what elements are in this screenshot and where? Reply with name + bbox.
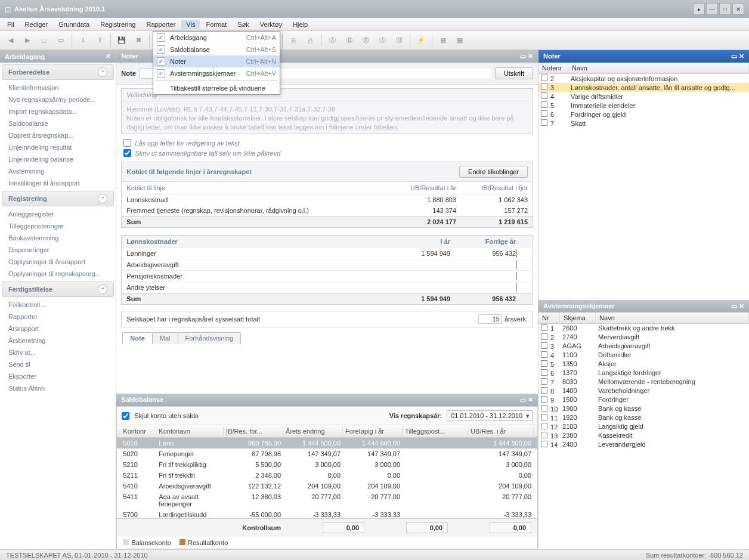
menu-item-reset-windows[interactable]: Tilbakestill størrelse på vinduene (153, 82, 280, 94)
col-header[interactable]: Kontonr (120, 426, 156, 436)
bolt-icon[interactable]: ⚡ (414, 33, 428, 48)
schema-row[interactable]: 132380Kassekredit (538, 431, 749, 440)
letter-n-icon[interactable]: Ⓝ (392, 33, 406, 48)
menu-rapporter[interactable]: Rapporter (141, 20, 180, 29)
group-ferdigstillelse[interactable]: Ferdigstillelse⌃ (2, 281, 114, 297)
account-row[interactable]: 5410Arbeidsgiveravgift122 132,12204 109,… (117, 481, 537, 491)
close-icon[interactable]: ✕ (528, 396, 533, 403)
schema-row[interactable]: 101900Bank og kasse (538, 404, 749, 413)
note-row[interactable]: 6Fordringer og gjeld (538, 110, 749, 119)
salary-row[interactable]: Pensjonskostnader (122, 270, 533, 281)
edit-row-icon[interactable] (516, 272, 517, 280)
edit-row-icon[interactable] (516, 261, 517, 269)
row-checkbox[interactable] (541, 387, 547, 394)
row-checkbox[interactable] (541, 342, 547, 349)
nav-item[interactable]: Import regnskapsdata... (0, 106, 116, 117)
menu-verktøy[interactable]: Verktøy (255, 20, 287, 29)
nav-item[interactable]: Innstillinger til årsrapport (0, 177, 116, 189)
change-links-button[interactable]: Endre tilkoblinger (459, 166, 528, 178)
nav-item[interactable]: Skriv ut... (0, 346, 116, 358)
linked-row[interactable]: Lønnskostnad1 880 8031 062 343 (122, 194, 533, 205)
menu-hjelp[interactable]: Hjelp (288, 20, 312, 29)
row-checkbox[interactable] (541, 351, 547, 358)
forward-button[interactable]: ▶ (20, 33, 35, 48)
nav-item[interactable]: Anleggsregister (0, 208, 116, 220)
nav-item[interactable]: Årsberetning (0, 335, 116, 346)
schema-row[interactable]: 61370Langsiktige fordringer (538, 369, 749, 378)
unlock-fields-checkbox[interactable] (123, 139, 131, 147)
row-checkbox[interactable] (541, 360, 547, 367)
salary-row[interactable]: Lønninger1 594 949956 432 (122, 247, 533, 259)
menu-item-arbeidsgang[interactable]: ✓ArbeidsgangCtrl+Alt+A (153, 32, 280, 44)
nav-item[interactable]: Status Altinn (0, 382, 116, 394)
nav-item[interactable]: Bankavstemming (0, 232, 116, 244)
open-icon[interactable]: ▭ (54, 33, 68, 48)
row-checkbox[interactable] (541, 75, 547, 81)
nav-item[interactable]: Linjeinndeling balanse (0, 153, 116, 165)
menu-registrering[interactable]: Registrering (95, 20, 140, 29)
tool-icon[interactable]: ⎙ (303, 33, 317, 48)
col-header[interactable]: Foreløpig i år (343, 426, 403, 436)
nav-item[interactable]: Send til (0, 358, 116, 370)
minimize-icon[interactable]: ▭ (520, 396, 526, 403)
row-checkbox[interactable] (541, 396, 547, 403)
row-checkbox[interactable] (541, 432, 547, 438)
col-header[interactable]: UB/Res. i år (468, 426, 534, 436)
nav-item[interactable]: Tilleggsposteringer (0, 220, 116, 232)
nav-item[interactable]: Avstemming (0, 165, 116, 177)
schema-row[interactable]: 81400Varebeholdninger (538, 386, 749, 395)
col-header[interactable]: IB/Res. for... (224, 426, 283, 436)
nav-item[interactable]: Disponeringer (0, 244, 116, 256)
minimize-icon[interactable]: ▭ (731, 52, 737, 60)
schema-row[interactable]: 91500Fordringer (538, 395, 749, 404)
letter-a-icon[interactable]: Ⓐ (325, 33, 339, 48)
row-checkbox[interactable] (541, 414, 547, 420)
edit-row-icon[interactable] (516, 249, 517, 258)
row-checkbox[interactable] (541, 369, 547, 376)
minimize-icon[interactable]: ▭ (731, 302, 737, 310)
schema-row[interactable]: 78030Mellomværende - renteberegning (538, 378, 749, 386)
salary-row[interactable]: Andre ytelser (122, 281, 533, 293)
row-checkbox[interactable] (541, 423, 547, 429)
nav-item[interactable]: Klientinformasjon (0, 82, 116, 94)
hide-zero-accounts-checkbox[interactable] (122, 412, 129, 420)
menu-item-noter[interactable]: ✓NoterCtrl+Alt+N (153, 55, 280, 67)
schema-row[interactable]: 51350Aksjer (538, 360, 749, 369)
close-icon[interactable]: ✕ (739, 302, 744, 310)
nav-item[interactable]: Rapporter (0, 311, 116, 323)
menu-søk[interactable]: Søk (233, 20, 254, 29)
row-checkbox[interactable] (541, 83, 547, 90)
menu-rediger[interactable]: Rediger (20, 20, 53, 29)
nav-item[interactable]: Linjeinndeling resultat (0, 141, 116, 153)
letter-a-icon[interactable]: Ⓐ (375, 33, 389, 48)
nav-item[interactable]: Eksporter (0, 370, 116, 382)
col-header[interactable]: Tilleggspost... (403, 426, 468, 436)
nav-item[interactable]: Nytt regnskapsår/ny periode... (0, 94, 116, 106)
menu-format[interactable]: Format (201, 20, 231, 29)
letter-b-icon[interactable]: Ⓑ (342, 33, 356, 48)
nav-item[interactable]: Opplysninger til årsrapport (0, 256, 116, 268)
account-row[interactable]: 5020Feriepenger87 798,98147 349,07147 34… (117, 448, 537, 459)
maximize-button[interactable]: □ (719, 3, 731, 15)
close-button[interactable]: ✕ (732, 3, 744, 15)
close-icon[interactable]: ✕ (106, 52, 111, 60)
account-row[interactable]: 5700Lærlingetilskudd-55 000,00-3 333,33-… (117, 509, 537, 518)
account-row[interactable]: 5211Fri tlf trekkfri2 348,000,000,000,00 (117, 470, 537, 481)
row-checkbox[interactable] (541, 101, 547, 108)
note-row[interactable]: 3Lønnskostnader, antall ansatte, lån til… (538, 83, 749, 92)
new-icon[interactable]: □ (37, 33, 51, 48)
linked-row[interactable]: Fremmed tjeneste (regnskap, revisjonshon… (122, 205, 533, 216)
row-checkbox[interactable] (541, 441, 547, 447)
nav-item[interactable]: Feilkontroll... (0, 299, 116, 311)
account-row[interactable]: 5411Aga av avsatt feriepenger12 380,0320… (117, 491, 537, 509)
minimize-icon[interactable]: ▭ (520, 52, 526, 60)
nav-item[interactable]: Årsrapport (0, 323, 116, 335)
row-checkbox[interactable] (541, 92, 547, 99)
tab-mal[interactable]: Mal (152, 332, 178, 344)
account-row[interactable]: 5010Lønn860 785,001 444 600,001 444 600,… (117, 438, 537, 448)
schema-row[interactable]: 12600Skattetrekk og andre trekk (538, 324, 749, 333)
grid-icon[interactable]: ▦ (436, 33, 450, 48)
tab-note[interactable]: Note (122, 332, 152, 344)
schema-row[interactable]: 111920Bank og kasse (538, 413, 749, 422)
col-header[interactable]: Kontonavn (156, 426, 224, 436)
